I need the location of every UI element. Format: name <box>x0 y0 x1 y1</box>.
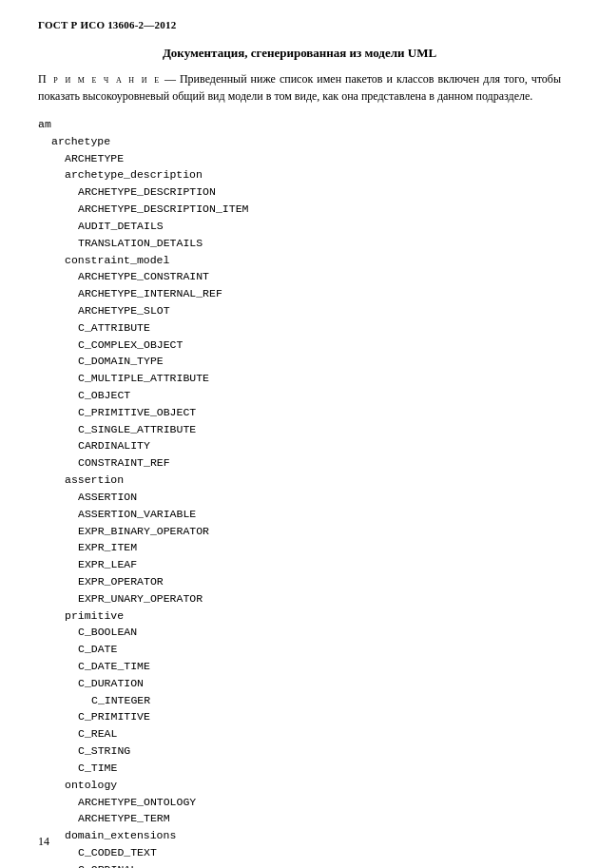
list-item: C_DATE <box>38 641 561 658</box>
list-item: ARCHETYPE_TERM <box>38 810 561 827</box>
header-line: ГОСТ Р ИСО 13606-2—2012 <box>38 19 561 30</box>
list-item: EXPR_BINARY_OPERATOR <box>38 523 561 540</box>
list-item: C_INTEGER <box>38 692 561 709</box>
list-item: ASSERTION <box>38 489 561 506</box>
list-item: C_DOMAIN_TYPE <box>38 353 561 370</box>
note-label: П р и м е ч а н и е <box>38 72 161 86</box>
list-item: primitive <box>38 608 561 625</box>
list-item: ARCHETYPE_CONSTRAINT <box>38 268 561 285</box>
list-item: ontology <box>38 777 561 794</box>
list-item: C_PRIMITIVE_OBJECT <box>38 404 561 421</box>
list-item: archetype <box>38 133 561 150</box>
list-item: C_BOOLEAN <box>38 624 561 641</box>
list-item: C_DURATION <box>38 675 561 692</box>
list-item: CARDINALITY <box>38 437 561 454</box>
list-item: ARCHETYPE_DESCRIPTION <box>38 183 561 201</box>
list-item: C_SINGLE_ATTRIBUTE <box>38 421 561 438</box>
list-item: C_OBJECT <box>38 387 561 404</box>
list-item: ARCHETYPE_DESCRIPTION_ITEM <box>38 201 561 218</box>
list-item: am <box>38 116 561 133</box>
note-paragraph: П р и м е ч а н и е — Приведенный ниже с… <box>38 70 561 105</box>
list-item: EXPR_UNARY_OPERATOR <box>38 590 561 608</box>
list-item: constraint_model <box>38 252 561 269</box>
list-item: AUDIT_DETAILS <box>38 218 561 235</box>
list-item: C_MULTIPLE_ATTRIBUTE <box>38 370 561 387</box>
list-item: C_ATTRIBUTE <box>38 319 561 337</box>
list-item: C_CODED_TEXT <box>38 844 561 861</box>
list-item: ARCHETYPE_INTERNAL_REF <box>38 285 561 302</box>
list-item: ARCHETYPE_ONTOLOGY <box>38 794 561 811</box>
list-item: C_ORDINAL <box>38 861 561 868</box>
list-item: C_STRING <box>38 743 561 760</box>
code-block: amarchetypeARCHETYPEarchetype_descriptio… <box>38 116 561 868</box>
list-item: C_TIME <box>38 760 561 777</box>
list-item: ARCHETYPE_SLOT <box>38 302 561 319</box>
list-item: archetype_description <box>38 166 561 183</box>
list-item: C_REAL <box>38 725 561 743</box>
list-item: C_COMPLEX_OBJECT <box>38 337 561 354</box>
list-item: TRANSLATION_DETAILS <box>38 235 561 252</box>
list-item: C_PRIMITIVE <box>38 708 561 725</box>
list-item: CONSTRAINT_REF <box>38 454 561 472</box>
list-item: assertion <box>38 472 561 489</box>
list-item: ARCHETYPE <box>38 150 561 167</box>
page-number: 14 <box>38 835 49 849</box>
list-item: ASSERTION_VARIABLE <box>38 506 561 523</box>
list-item: C_DATE_TIME <box>38 658 561 675</box>
list-item: EXPR_OPERATOR <box>38 573 561 590</box>
list-item: EXPR_LEAF <box>38 556 561 573</box>
list-item: EXPR_ITEM <box>38 539 561 556</box>
section-title: Документация, сгенерированная из модели … <box>38 46 561 61</box>
list-item: domain_extensions <box>38 827 561 844</box>
